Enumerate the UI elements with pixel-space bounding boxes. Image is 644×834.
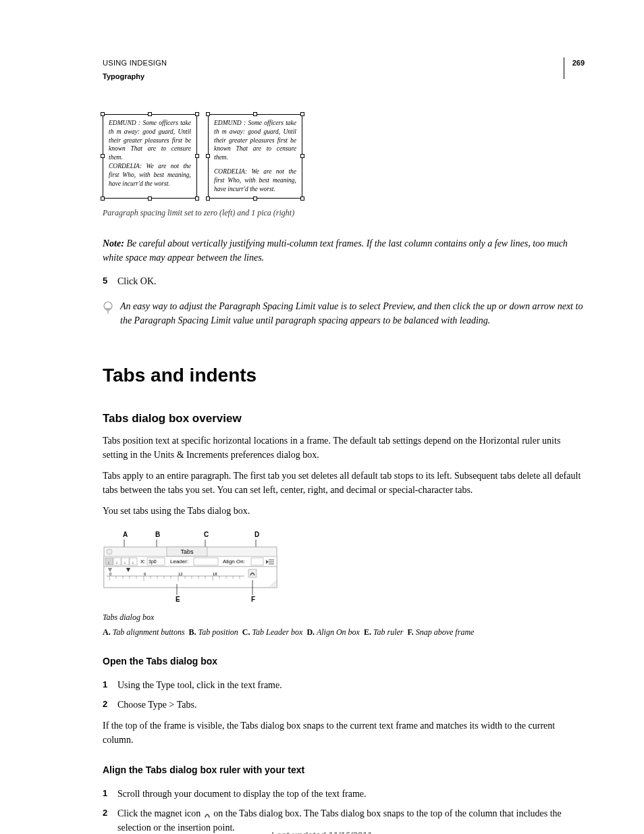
step-text: Click OK. xyxy=(117,274,157,288)
heading-tabs-indents: Tabs and indents xyxy=(103,361,585,390)
step-number: 5 xyxy=(103,274,111,288)
svg-text:X:: X: xyxy=(140,558,146,565)
tip-text: An easy way to adjust the Paragraph Spac… xyxy=(120,299,585,328)
svg-text:↓: ↓ xyxy=(107,560,110,565)
callout-B: B xyxy=(155,531,160,538)
heading-open-tabs: Open the Tabs dialog box xyxy=(103,654,585,669)
align-on-label: Align On: xyxy=(223,558,245,565)
step-text: Scroll through your document to display … xyxy=(117,787,367,801)
heading-align-ruler: Align the Tabs dialog box ruler with you… xyxy=(103,763,585,777)
lightbulb-icon xyxy=(103,301,113,317)
leader-field xyxy=(194,558,218,565)
svg-text:↓: ↓ xyxy=(132,560,134,565)
frame-right-para2: CORDELIA: We are not the first Who, with… xyxy=(214,167,296,193)
tabs-dialog-title: Tabs xyxy=(180,548,194,555)
step-text: Using the Type tool, click in the text f… xyxy=(117,678,282,692)
step-5: 5 Click OK. xyxy=(103,274,585,288)
overview-p1: Tabs position text at specific horizonta… xyxy=(103,434,585,462)
callout-E: E xyxy=(176,596,180,603)
close-icon xyxy=(107,549,112,554)
page-number: 269 xyxy=(572,57,585,69)
svg-text:3p0: 3p0 xyxy=(149,559,157,565)
note-block: Note: Be careful about vertically justif… xyxy=(103,236,585,265)
footer-updated: Last updated 11/16/2011 xyxy=(0,829,644,835)
overview-p2: Tabs apply to an entire paragraph. The f… xyxy=(103,469,585,497)
open-step-1: 1 Using the Type tool, click in the text… xyxy=(103,678,585,692)
magnet-icon xyxy=(248,569,257,577)
tip-block: An easy way to adjust the Paragraph Spac… xyxy=(103,299,585,328)
step-number: 1 xyxy=(103,787,111,801)
note-text: Be careful about vertically justifying m… xyxy=(103,238,568,263)
svg-text:↓: ↓ xyxy=(124,560,126,565)
note-label: Note: xyxy=(103,238,124,249)
magnet-icon xyxy=(203,808,211,820)
step-number: 2 xyxy=(103,698,111,712)
heading-tabs-overview: Tabs dialog box overview xyxy=(103,410,585,427)
page-number-container: 269 xyxy=(564,57,585,79)
align-step-1: 1 Scroll through your document to displa… xyxy=(103,787,585,801)
overview-p3: You set tabs using the Tabs dialog box. xyxy=(103,504,585,518)
callout-C: C xyxy=(204,531,209,538)
figure-tabs-caption: Tabs dialog box xyxy=(103,611,585,623)
svg-text:↓: ↓ xyxy=(115,560,118,565)
open-step-2: 2 Choose Type > Tabs. xyxy=(103,698,585,712)
callout-D: D xyxy=(254,531,259,538)
document-title: USING INDESIGN xyxy=(103,57,585,69)
step-number: 1 xyxy=(103,678,111,692)
figure-paragraph-spacing: EDMUND : Some officers take th m away: g… xyxy=(103,114,585,199)
header-block: USING INDESIGN Typography xyxy=(103,57,585,82)
open-tabs-note: If the top of the frame is visible, the … xyxy=(103,719,585,747)
figure-tabs-legend: A. Tab alignment buttons B. Tab position… xyxy=(103,626,585,638)
svg-text:18: 18 xyxy=(213,572,217,576)
callout-A: A xyxy=(123,531,128,538)
align-on-field xyxy=(251,558,263,565)
section-name: Typography xyxy=(103,71,585,82)
frame-right-para1: EDMUND : Some officers take th m away: g… xyxy=(214,119,296,162)
callout-F: F xyxy=(251,596,255,603)
figure1-caption: Paragraph spacing limit set to zero (lef… xyxy=(103,207,585,219)
step-text: Choose Type > Tabs. xyxy=(117,698,196,712)
text-frame-right: EDMUND : Some officers take th m away: g… xyxy=(208,114,302,199)
figure-tabs-dialog: A B C D Tabs ↓ ↓ ↓ ↓ X: 3p0 Leader: Alig… xyxy=(103,530,278,604)
leader-label: Leader: xyxy=(170,558,188,565)
text-frame-left: EDMUND : Some officers take th m away: g… xyxy=(103,114,197,199)
frame-left-text: EDMUND : Some officers take th m away: g… xyxy=(109,119,191,188)
svg-text:12: 12 xyxy=(178,572,183,576)
